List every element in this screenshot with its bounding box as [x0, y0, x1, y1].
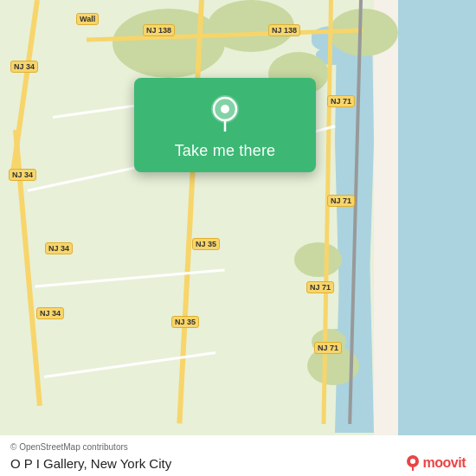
label-nj34-4: NJ 34 — [36, 307, 64, 319]
bottom-bar: © OpenStreetMap contributors O P I Galle… — [0, 435, 476, 476]
location-pin-icon — [206, 93, 244, 132]
barrier-island — [374, 0, 398, 476]
label-wall: Wall — [76, 13, 99, 25]
take-me-there-button[interactable]: Take me there — [175, 142, 276, 160]
svg-point-2 — [221, 105, 229, 113]
label-nj138-1: NJ 138 — [143, 24, 175, 36]
moovit-text: moovit — [423, 455, 466, 471]
label-nj71-3: NJ 71 — [306, 281, 334, 293]
label-nj35-1: NJ 35 — [192, 238, 220, 250]
svg-point-4 — [410, 459, 415, 464]
location-name: O P I Gallery, New York City — [10, 456, 171, 471]
label-nj71-2: NJ 71 — [327, 195, 355, 207]
popup-card: Take me there — [134, 78, 316, 172]
label-nj34-1: NJ 34 — [10, 61, 38, 73]
attribution-text: © OpenStreetMap contributors — [10, 442, 466, 452]
label-nj34-2: NJ 34 — [9, 169, 36, 181]
label-nj71-1: NJ 71 — [327, 95, 355, 107]
label-nj34-3: NJ 34 — [45, 242, 73, 254]
label-nj35-2: NJ 35 — [171, 316, 199, 328]
ocean-water — [398, 0, 476, 476]
location-info: O P I Gallery, New York City moovit — [10, 455, 466, 471]
map-container: Wall NJ 138 NJ 138 NJ 34 NJ 34 NJ 34 NJ … — [0, 0, 476, 476]
veg-5 — [294, 242, 342, 277]
label-nj71-4: NJ 71 — [314, 342, 342, 354]
moovit-logo: moovit — [405, 455, 466, 471]
label-nj138-2: NJ 138 — [268, 24, 300, 36]
moovit-pin-icon — [405, 455, 421, 471]
